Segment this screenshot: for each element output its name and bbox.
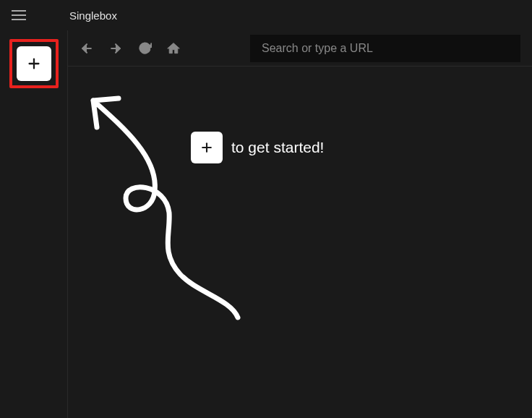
forward-button[interactable]	[108, 41, 123, 56]
plus-icon	[200, 140, 214, 155]
arrow-right-icon	[108, 41, 123, 56]
sidebar	[0, 30, 68, 418]
app-title: Singlebox	[69, 9, 117, 22]
plus-icon	[26, 56, 42, 72]
titlebar: Singlebox	[0, 0, 532, 30]
add-workspace-button[interactable]	[17, 46, 51, 81]
onboarding-text: to get started!	[231, 139, 324, 156]
back-button[interactable]	[80, 41, 94, 56]
add-workspace-highlight	[9, 39, 59, 88]
home-button[interactable]	[166, 41, 181, 56]
onboarding-hint: to get started!	[191, 132, 324, 163]
menu-icon[interactable]	[12, 10, 26, 20]
toolbar	[68, 30, 532, 67]
search-input[interactable]	[250, 35, 520, 62]
content-area: to get started!	[68, 67, 532, 418]
reload-icon	[138, 41, 152, 55]
onboarding-add-button[interactable]	[191, 132, 223, 163]
arrow-left-icon	[80, 41, 94, 56]
main-area: to get started!	[68, 30, 532, 418]
reload-button[interactable]	[137, 41, 152, 56]
onboarding-arrow-icon	[75, 90, 249, 328]
home-icon	[166, 41, 181, 56]
